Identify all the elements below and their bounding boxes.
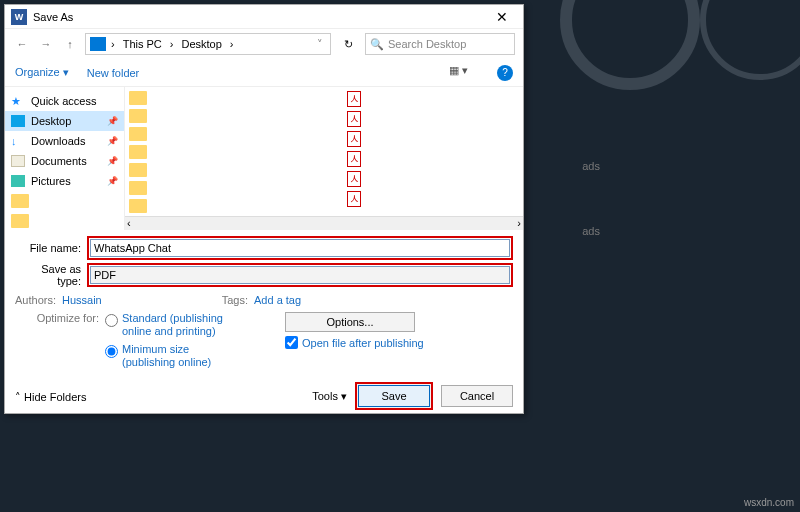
pin-icon: 📌 [107,176,118,186]
tools-button[interactable]: Tools ▾ [312,390,347,403]
optimize-label: Optimize for: [15,312,105,373]
desktop-icon [11,115,25,127]
optimize-standard-label[interactable]: Standard (publishing online and printing… [122,312,245,338]
sidebar-label: Downloads [31,135,85,147]
folder-icon[interactable] [129,181,147,195]
sidebar-item-desktop[interactable]: Desktop📌 [5,111,124,131]
cancel-button[interactable]: Cancel [441,385,513,407]
search-icon: 🔍 [370,38,384,51]
chevron-icon: › [227,38,237,50]
pdf-icon[interactable]: 人 [347,111,361,127]
view-button[interactable]: ▦ ▾ [449,64,479,82]
folder-icon[interactable] [129,109,147,123]
tags-value[interactable]: Add a tag [254,294,301,306]
folder-icon[interactable] [129,91,147,105]
download-icon: ↓ [11,135,25,147]
filetype-select[interactable] [90,266,510,284]
word-icon: W [11,9,27,25]
refresh-button[interactable]: ↻ [337,33,359,55]
save-as-dialog: W Save As ✕ ← → ↑ › This PC › Desktop › … [4,4,524,414]
back-button[interactable]: ← [13,38,31,50]
pictures-icon [11,175,25,187]
authors-label: Authors: [15,294,56,306]
sidebar-label: Quick access [31,95,96,107]
pdf-icon[interactable]: 人 [347,91,361,107]
bg-text: ads [582,225,600,237]
pdf-icon[interactable]: 人 [347,151,361,167]
folder-icon [11,214,29,228]
authors-value[interactable]: Hussain [62,294,102,306]
bg-text: ads [582,160,600,172]
pin-icon: 📌 [107,156,118,166]
optimize-minimum-label[interactable]: Minimum size (publishing online) [122,343,245,369]
drive-icon [90,37,106,51]
sidebar-label: Pictures [31,175,71,187]
scrollbar[interactable]: ‹› [125,216,523,230]
document-icon [11,155,25,167]
tags-label: Tags: [222,294,248,306]
close-button[interactable]: ✕ [487,9,517,25]
sidebar: ★Quick access Desktop📌 ↓Downloads📌 Docum… [5,87,125,230]
watermark: wsxdn.com [744,497,794,508]
folder-icon[interactable] [129,163,147,177]
folder-icon [11,194,29,208]
window-title: Save As [33,11,487,23]
sidebar-item-quick-access[interactable]: ★Quick access [5,91,124,111]
folder-icon[interactable] [129,145,147,159]
sidebar-item[interactable] [5,211,124,230]
sidebar-item-downloads[interactable]: ↓Downloads📌 [5,131,124,151]
sidebar-item-documents[interactable]: Documents📌 [5,151,124,171]
folder-icon[interactable] [129,199,147,213]
filename-input[interactable] [90,239,510,257]
optimize-minimum-radio[interactable] [105,345,118,358]
chevron-icon: › [167,38,177,50]
breadcrumb[interactable]: › This PC › Desktop › ˅ [85,33,331,55]
forward-button[interactable]: → [37,38,55,50]
filetype-label: Save as type: [15,263,87,287]
sidebar-item[interactable] [5,191,124,211]
up-button[interactable]: ↑ [61,38,79,50]
help-button[interactable]: ? [497,65,513,81]
file-list[interactable]: 人 人 人 人 人 人 ‹› [125,87,523,230]
toolbar: Organize ▾ New folder ▦ ▾ ? [5,59,523,87]
nav-row: ← → ↑ › This PC › Desktop › ˅ ↻ 🔍 Search… [5,29,523,59]
chevron-icon: › [108,38,118,50]
pdf-icon[interactable]: 人 [347,131,361,147]
sidebar-item-pictures[interactable]: Pictures📌 [5,171,124,191]
pdf-icon[interactable]: 人 [347,171,361,187]
optimize-standard-radio[interactable] [105,314,118,327]
sidebar-label: Desktop [31,115,71,127]
options-button[interactable]: Options... [285,312,415,332]
sidebar-label: Documents [31,155,87,167]
titlebar: W Save As ✕ [5,5,523,29]
star-icon: ★ [11,95,25,107]
hide-folders-button[interactable]: ˄ Hide Folders [15,391,86,404]
open-after-checkbox[interactable] [285,336,298,349]
search-placeholder: Search Desktop [388,38,466,50]
breadcrumb-root[interactable]: This PC [120,38,165,50]
search-input[interactable]: 🔍 Search Desktop [365,33,515,55]
folder-icon[interactable] [129,127,147,141]
open-after-label[interactable]: Open file after publishing [302,337,424,349]
new-folder-button[interactable]: New folder [87,67,140,79]
save-button[interactable]: Save [358,385,430,407]
organize-button[interactable]: Organize ▾ [15,66,69,79]
filename-label: File name: [15,242,87,254]
pdf-icon[interactable]: 人 [347,191,361,207]
breadcrumb-loc[interactable]: Desktop [178,38,224,50]
pin-icon: 📌 [107,116,118,126]
pin-icon: 📌 [107,136,118,146]
